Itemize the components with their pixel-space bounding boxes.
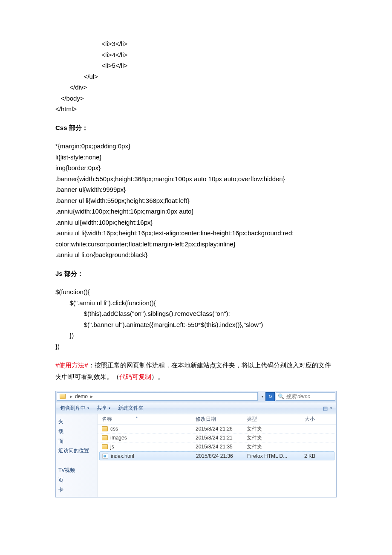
view-options-button[interactable]: ▤ bbox=[323, 405, 328, 411]
file-type: 文件夹 bbox=[247, 425, 294, 433]
chevron-right-icon: ▸ bbox=[90, 393, 93, 399]
refresh-button[interactable]: ↻ bbox=[265, 392, 275, 401]
search-input[interactable]: 🔍 搜索 demo bbox=[276, 392, 335, 401]
chevron-down-icon: ▾ bbox=[330, 406, 332, 410]
usage-colon: ： bbox=[88, 361, 95, 369]
file-date: 2015/8/24 21:21 bbox=[196, 435, 247, 441]
file-type: 文件夹 bbox=[247, 443, 294, 451]
folder-icon bbox=[60, 394, 66, 399]
search-icon: 🔍 bbox=[278, 393, 284, 399]
html-file-icon bbox=[102, 454, 108, 459]
file-list-pane: ▴ 名称 修改日期 类型 大小 css2015/8/24 21:26文件夹ima… bbox=[98, 414, 336, 497]
folder-icon bbox=[102, 444, 108, 449]
address-dropdown[interactable]: ▾ bbox=[259, 391, 265, 402]
css-section-heading: Css 部分： bbox=[55, 122, 337, 133]
file-name: css bbox=[110, 426, 118, 432]
html-code-block: <li>3</li> <li>4</li> <li>5</li> </ul> <… bbox=[55, 38, 337, 115]
nav-item[interactable]: 近访问的位置 bbox=[58, 446, 97, 456]
file-name: index.html bbox=[111, 453, 134, 459]
file-date: 2015/8/24 21:35 bbox=[196, 444, 247, 450]
nav-item[interactable]: 页 bbox=[58, 475, 97, 485]
breadcrumb-item[interactable]: demo bbox=[75, 393, 88, 399]
nav-item[interactable]: 夹 bbox=[58, 417, 97, 427]
file-explorer-window: ▸ demo ▸ ▾ ↻ 🔍 搜索 demo 包含到库中▾ 共享▾ 新建文件夹 … bbox=[55, 391, 337, 497]
toolbar: 包含到库中▾ 共享▾ 新建文件夹 ▤ ▾ bbox=[56, 402, 336, 414]
file-name: images bbox=[110, 435, 127, 441]
breadcrumb[interactable]: ▸ demo ▸ bbox=[57, 392, 258, 401]
column-date[interactable]: 修改日期 bbox=[196, 416, 247, 423]
chevron-right-icon: ▸ bbox=[70, 393, 72, 399]
file-type: 文件夹 bbox=[247, 434, 294, 442]
nav-item[interactable]: 载 bbox=[58, 427, 97, 436]
file-name: js bbox=[110, 444, 114, 450]
column-type[interactable]: 类型 bbox=[247, 416, 294, 423]
usage-text-3: ）。 bbox=[151, 373, 164, 380]
nav-item[interactable]: 面 bbox=[58, 436, 97, 446]
explorer-body: 夹载面近访问的位置 TV视频页卡 ▴ 名称 修改日期 类型 大小 css2015… bbox=[56, 414, 336, 497]
file-date: 2015/8/24 21:26 bbox=[196, 426, 247, 432]
navigation-pane: 夹载面近访问的位置 TV视频页卡 bbox=[56, 414, 98, 497]
css-code-block: *{margin:0px;padding:0px} li{list-style:… bbox=[55, 141, 337, 260]
js-section-heading: Js 部分： bbox=[55, 268, 337, 279]
folder-icon bbox=[102, 426, 108, 431]
chevron-down-icon: ▾ bbox=[109, 406, 110, 410]
file-row[interactable]: images2015/8/24 21:21文件夹 bbox=[98, 434, 336, 442]
column-name[interactable]: 名称 bbox=[102, 416, 196, 423]
include-in-library-button[interactable]: 包含到库中▾ bbox=[60, 405, 89, 412]
chevron-down-icon: ▾ bbox=[87, 406, 89, 410]
usage-paragraph: #使用方法#：按照正常的网页制作流程，在本地新建站点文件夹，将以上代码分别放入对… bbox=[55, 359, 337, 382]
address-bar: ▸ demo ▸ ▾ ↻ 🔍 搜索 demo bbox=[56, 391, 336, 402]
usage-text-1: 按照正常的网页制作流程，在本地新建站点文件夹，将以上代码分别放入对应的文件夹中即… bbox=[55, 361, 331, 380]
column-size[interactable]: 大小 bbox=[294, 416, 315, 423]
new-folder-button[interactable]: 新建文件夹 bbox=[118, 405, 144, 412]
nav-item[interactable] bbox=[58, 456, 97, 465]
file-date: 2015/8/24 21:36 bbox=[196, 453, 247, 459]
usage-tag: #使用方法# bbox=[55, 361, 88, 369]
file-row[interactable]: css2015/8/24 21:26文件夹 bbox=[98, 425, 336, 434]
file-row[interactable]: index.html2015/8/24 21:36Firefox HTML D.… bbox=[99, 451, 334, 460]
search-placeholder: 搜索 demo bbox=[286, 393, 310, 400]
usage-text-copy: 代码可复制 bbox=[119, 373, 151, 380]
js-code-block: $(function(){ $(".anniu ul li").click(fu… bbox=[55, 286, 337, 352]
file-size: 2 KB bbox=[294, 453, 315, 459]
sort-indicator-icon: ▴ bbox=[136, 415, 138, 419]
file-row[interactable]: js2015/8/24 21:35文件夹 bbox=[98, 442, 336, 451]
file-type: Firefox HTML D... bbox=[247, 453, 294, 459]
folder-icon bbox=[102, 435, 108, 440]
column-headers[interactable]: ▴ 名称 修改日期 类型 大小 bbox=[98, 414, 336, 425]
nav-item[interactable]: 卡 bbox=[58, 485, 97, 495]
nav-item[interactable]: TV视频 bbox=[58, 465, 97, 475]
share-button[interactable]: 共享▾ bbox=[97, 405, 110, 412]
